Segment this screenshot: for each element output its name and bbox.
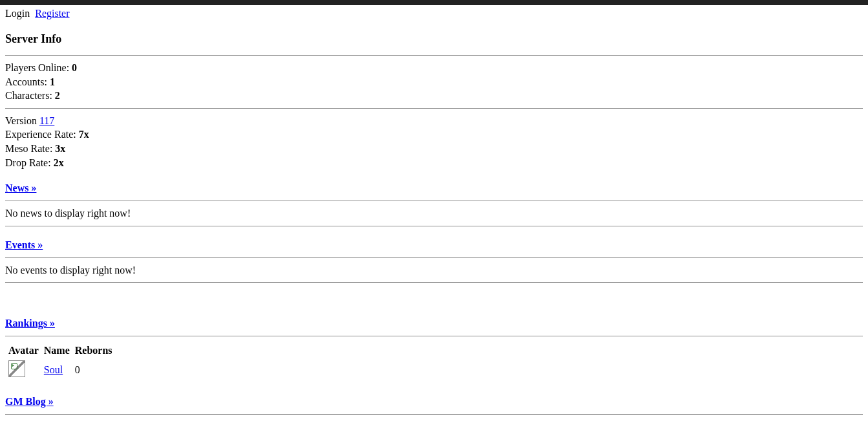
auth-bar: Login Register: [5, 8, 863, 19]
drop-rate-value: 2x: [54, 157, 64, 168]
rankings-table: Avatar Name Reborns Soul 0: [4, 342, 117, 383]
divider: [5, 257, 863, 258]
divider: [5, 55, 863, 56]
divider: [5, 226, 863, 226]
players-online-value: 0: [72, 62, 77, 73]
gm-blog-heading-link[interactable]: GM Blog »: [5, 396, 54, 407]
events-empty: No events to display right now!: [5, 263, 863, 278]
table-row: Soul 0: [8, 360, 113, 380]
table-header-row: Avatar Name Reborns: [8, 344, 113, 357]
characters-value: 2: [55, 90, 60, 101]
accounts-label: Accounts:: [5, 76, 50, 87]
server-stats-block: Players Online: 0 Accounts: 1 Characters…: [5, 61, 863, 103]
divider: [5, 336, 863, 336]
news-empty: No news to display right now!: [5, 206, 863, 221]
divider: [5, 108, 863, 109]
rankings-heading-link[interactable]: Rankings »: [5, 318, 55, 329]
col-name: Name: [43, 344, 70, 357]
exp-rate-label: Experience Rate:: [5, 129, 79, 140]
server-rates-block: Version 117 Experience Rate: 7x Meso Rat…: [5, 114, 863, 169]
register-link[interactable]: Register: [35, 8, 69, 19]
players-online-label: Players Online:: [5, 62, 72, 73]
ranking-reborns-value: 0: [74, 360, 113, 380]
drop-rate-label: Drop Rate:: [5, 157, 54, 168]
divider: [5, 414, 863, 415]
divider: [5, 201, 863, 201]
version-label: Version: [5, 115, 39, 126]
characters-label: Characters:: [5, 90, 55, 101]
avatar-placeholder-icon: [8, 360, 25, 377]
exp-rate-value: 7x: [79, 129, 89, 140]
divider: [5, 282, 863, 283]
events-heading-link[interactable]: Events »: [5, 239, 43, 250]
login-link[interactable]: Login: [5, 8, 30, 19]
server-info-heading: Server Info: [5, 32, 863, 46]
ranking-name-link[interactable]: Soul: [44, 364, 63, 375]
page: Login Register Server Info Players Onlin…: [0, 5, 868, 433]
col-reborns: Reborns: [74, 344, 113, 357]
version-link[interactable]: 117: [39, 115, 54, 126]
news-heading-link[interactable]: News »: [5, 182, 36, 193]
meso-rate-value: 3x: [55, 143, 65, 154]
top-bar: [0, 0, 868, 5]
accounts-value: 1: [50, 76, 55, 87]
meso-rate-label: Meso Rate:: [5, 143, 55, 154]
col-avatar: Avatar: [8, 344, 39, 357]
